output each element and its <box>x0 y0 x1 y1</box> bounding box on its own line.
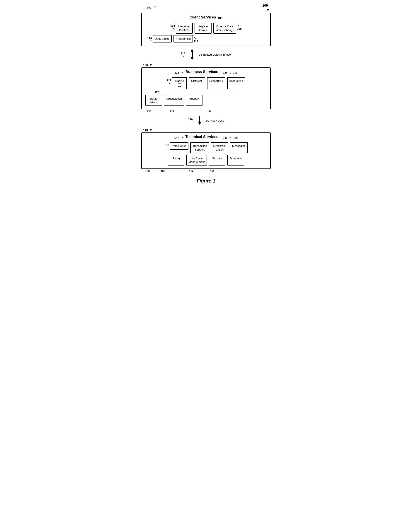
ref-156: 156 <box>210 170 214 172</box>
client-services-ref: 106 <box>218 17 222 20</box>
technical-services-box: 144 Technical Services — 146 148 142 <box>141 133 271 169</box>
svg-marker-8 <box>198 122 201 125</box>
ref-122: 122 <box>167 79 171 82</box>
ref-130: 130 <box>147 110 151 113</box>
organization-label: Organization <box>166 97 182 100</box>
client-row2: 110 Data Cache Preferences <box>144 35 268 43</box>
business-refs-below: 130 132 134 <box>141 110 271 113</box>
scheduling-label: Scheduling <box>209 79 223 82</box>
ref-112: 112 <box>194 39 198 43</box>
synchronization-label: Synchron-ization <box>213 144 226 151</box>
client-services-box: Client Services 106 104 IntegratedContro… <box>141 13 271 46</box>
client-row1: 104 IntegratedControls IntegratedForms E… <box>144 23 268 34</box>
route-network-box: RouteNetwork <box>145 95 162 106</box>
security-label: Security <box>212 157 222 160</box>
persistence-box: Persistence <box>170 142 188 150</box>
risk-mgt-label: Risk Mgt. <box>191 79 203 82</box>
scheduler-box: Scheduler <box>227 155 244 165</box>
technical-row2: History Life CycleManagement Security Sc… <box>144 155 268 165</box>
transaction-support-box: TransactionSupport <box>190 142 209 153</box>
ref-146: — 146 <box>220 136 227 139</box>
svg-rect-4 <box>192 52 193 57</box>
double-arrow <box>188 49 196 60</box>
figure-caption: Figure 1 <box>141 178 271 184</box>
scheduling-box: Scheduling <box>207 77 225 89</box>
ref-108: 108 <box>237 27 242 30</box>
ref-128: 128 <box>233 71 237 74</box>
ref-140: 140 <box>143 128 148 132</box>
data-cache-box: Data Cache <box>153 35 172 42</box>
ref-144: 144 <box>174 136 179 139</box>
ref-150: 150 <box>145 170 150 172</box>
preferences-label: Preferences <box>176 37 191 40</box>
organization-box: Organization <box>164 95 184 106</box>
ref-142: 142 <box>164 144 169 147</box>
route-network-label: RouteNetwork <box>149 97 159 104</box>
integrated-forms-box: IntegratedForms <box>194 23 211 34</box>
svg-marker-1 <box>267 10 269 11</box>
life-cycle-box: Life CycleManagement <box>186 155 207 165</box>
integrated-controls-label: IntegratedControls <box>178 25 191 32</box>
business-services-box: 124 Business Services — 126 128 122 <box>141 67 271 109</box>
external-data-box: External DataInter-exchange <box>213 23 236 34</box>
technical-row1: 142 Persistence TransactionSupport Synch… <box>144 142 268 153</box>
technical-refs-below: 150 152 154 156 <box>141 170 271 172</box>
ref-148: 148 <box>233 136 238 139</box>
ref-110: 110 <box>147 37 152 40</box>
ref-132: 132 <box>170 110 174 113</box>
ref-152: 152 <box>161 170 165 172</box>
business-row1: 122 Trading Risk Mgt. Scheduling Account <box>144 77 268 89</box>
ref-140-arrow: 140 <box>188 118 193 121</box>
svg-marker-3 <box>191 49 194 52</box>
synchronization-box: Synchron-ization <box>211 142 228 153</box>
arrow2-section: 140 Derives / Uses <box>141 116 271 125</box>
ref-124: 124 <box>175 71 179 74</box>
business-row2: RouteNetwork Organization Support <box>144 95 268 106</box>
trading-small-square <box>178 84 181 87</box>
ref-102: 102 <box>147 6 156 9</box>
ref-123-container: 123 <box>155 91 268 94</box>
ref-100: 100 <box>262 4 271 11</box>
svg-marker-5 <box>191 57 194 60</box>
diagram-container: 100 102 Client Services 106 <box>141 4 271 184</box>
integrated-controls-box: IntegratedControls <box>176 23 193 34</box>
ref-134: 134 <box>207 110 211 113</box>
ref-126: — 126 <box>220 71 227 74</box>
trading-box: Trading <box>172 77 187 89</box>
security-box: Security <box>209 155 225 165</box>
ref-104: 104 <box>170 24 175 27</box>
business-services-title: Business Services <box>185 70 218 74</box>
accounting-label: Accounting <box>230 79 243 82</box>
down-arrow <box>196 116 203 125</box>
history-label: History <box>172 157 181 160</box>
messaging-label: Messaging <box>232 144 246 147</box>
trading-label: Trading <box>175 79 184 82</box>
support-label: Support <box>189 97 199 100</box>
technical-services-title: Technical Services <box>185 135 218 139</box>
integrated-forms-label: IntegratedForms <box>197 25 209 32</box>
ref-140-container: 140 <box>143 128 271 132</box>
life-cycle-label: Life CycleManagement <box>188 157 205 163</box>
client-services-title: Client Services <box>190 15 216 19</box>
ref-154: 154 <box>189 170 193 172</box>
support-box: Support <box>186 95 202 106</box>
ref-120-container: 120 <box>143 63 271 67</box>
accounting-box: Accounting <box>227 77 245 89</box>
external-data-label: External DataInter-exchange <box>216 25 234 32</box>
scheduler-label: Scheduler <box>230 157 242 160</box>
transaction-support-label: TransactionSupport <box>192 144 207 151</box>
data-cache-label: Data Cache <box>155 37 169 40</box>
svg-rect-7 <box>199 116 200 122</box>
history-box: History <box>168 155 184 165</box>
persistence-label: Persistence <box>172 144 186 147</box>
preferences-box: Preferences <box>173 35 193 42</box>
ref-118: 118 <box>181 52 185 55</box>
arrow1-section: 118 Distributed Object Protocol <box>141 49 271 60</box>
risk-mgt-box: Risk Mgt. <box>189 77 205 89</box>
messaging-box: Messaging <box>230 142 248 153</box>
arrow1-label: Distributed Object Protocol <box>198 53 231 57</box>
arrow2-label: Derives / Uses <box>206 119 224 122</box>
ref-123: 123 <box>155 91 159 94</box>
ref-120: 120 <box>143 63 148 66</box>
